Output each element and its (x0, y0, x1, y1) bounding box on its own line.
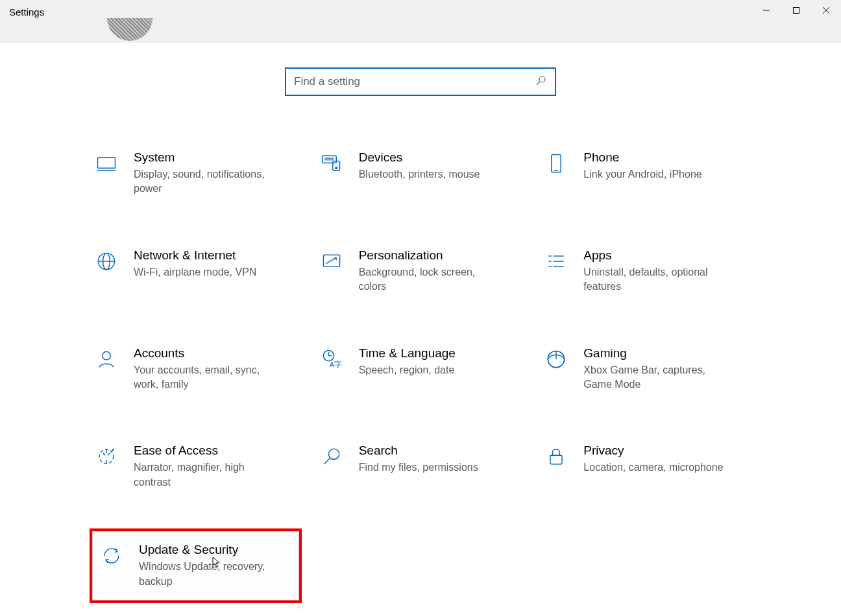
apps-icon (543, 248, 569, 274)
search-input[interactable] (294, 75, 535, 88)
svg-point-4 (539, 77, 545, 82)
svg-text:A字: A字 (329, 359, 342, 368)
category-update[interactable]: Update & SecurityWindows Update, recover… (90, 528, 302, 603)
svg-line-5 (537, 82, 540, 85)
content-area: SystemDisplay, sound, notifications, pow… (0, 43, 841, 603)
svg-line-34 (324, 458, 330, 464)
category-desc: Wi-Fi, airplane mode, VPN (134, 265, 256, 279)
category-desc: Display, sound, notifications, power (134, 167, 276, 196)
search-icon (535, 75, 547, 89)
category-title: Devices (359, 150, 480, 165)
personal-icon (319, 248, 345, 274)
svg-rect-8 (322, 156, 336, 163)
category-title: Time & Language (359, 346, 456, 361)
category-title: Gaming (583, 346, 726, 361)
category-grid: SystemDisplay, sound, notifications, pow… (90, 147, 751, 603)
category-network[interactable]: Network & InternetWi-Fi, airplane mode, … (90, 244, 302, 298)
svg-rect-6 (98, 158, 116, 168)
category-desc: Narrator, magnifier, high contrast (134, 460, 276, 490)
search-icon (319, 444, 345, 469)
title-bar: Settings (0, 0, 841, 43)
search-box[interactable] (285, 67, 556, 96)
category-search[interactable]: SearchFind my files, permissions (315, 440, 527, 493)
category-desc: Your accounts, email, sync, work, family (134, 363, 276, 392)
svg-point-10 (335, 167, 337, 169)
category-privacy[interactable]: PrivacyLocation, camera, microphone (539, 440, 751, 493)
category-title: Personalization (359, 248, 502, 263)
category-title: Update & Security (139, 543, 282, 557)
accounts-icon (93, 346, 119, 372)
category-time[interactable]: A字Time & LanguageSpeech, region, date (315, 342, 527, 396)
category-devices[interactable]: DevicesBluetooth, printers, mouse (315, 147, 527, 200)
window-controls (751, 0, 841, 26)
category-title: Accounts (134, 346, 276, 361)
svg-rect-35 (550, 456, 562, 465)
category-title: Ease of Access (134, 444, 276, 458)
update-icon (99, 543, 125, 569)
category-title: Network & Internet (134, 248, 256, 263)
network-icon (93, 248, 119, 274)
svg-rect-1 (794, 8, 799, 14)
ease-icon (93, 444, 119, 469)
category-title: System (134, 150, 276, 165)
category-desc: Find my files, permissions (359, 460, 478, 475)
category-phone[interactable]: PhoneLink your Android, iPhone (539, 147, 751, 200)
category-desc: Bluetooth, printers, mouse (359, 167, 480, 182)
system-icon (93, 150, 119, 176)
category-gaming[interactable]: GamingXbox Game Bar, captures, Game Mode (539, 342, 751, 396)
window-title: Settings (0, 0, 53, 24)
category-desc: Uninstall, defaults, optional features (583, 265, 726, 294)
maximize-button[interactable] (781, 0, 811, 21)
category-apps[interactable]: AppsUninstall, defaults, optional featur… (539, 244, 751, 298)
devices-icon (319, 150, 345, 176)
category-desc: Speech, region, date (359, 363, 456, 377)
category-accounts[interactable]: AccountsYour accounts, email, sync, work… (90, 342, 302, 396)
category-desc: Link your Android, iPhone (583, 167, 701, 182)
minimize-button[interactable] (751, 0, 781, 21)
category-title: Search (359, 444, 478, 458)
category-desc: Location, camera, microphone (583, 460, 723, 475)
category-personal[interactable]: PersonalizationBackground, lock screen, … (315, 244, 527, 298)
category-desc: Windows Update, recovery, backup (139, 560, 282, 589)
category-ease[interactable]: Ease of AccessNarrator, magnifier, high … (90, 440, 302, 493)
category-desc: Background, lock screen, colors (359, 265, 502, 294)
svg-rect-13 (552, 155, 561, 172)
svg-point-33 (328, 449, 339, 460)
close-button[interactable] (811, 0, 841, 21)
category-system[interactable]: SystemDisplay, sound, notifications, pow… (90, 147, 302, 200)
category-title: Apps (583, 248, 726, 263)
category-title: Privacy (583, 444, 723, 458)
svg-point-25 (103, 351, 111, 360)
category-desc: Xbox Game Bar, captures, Game Mode (583, 363, 726, 392)
time-icon: A字 (319, 346, 345, 372)
privacy-icon (543, 444, 569, 469)
avatar-partial (107, 18, 152, 43)
gaming-icon (543, 346, 569, 372)
category-title: Phone (583, 150, 701, 165)
phone-icon (543, 150, 569, 176)
